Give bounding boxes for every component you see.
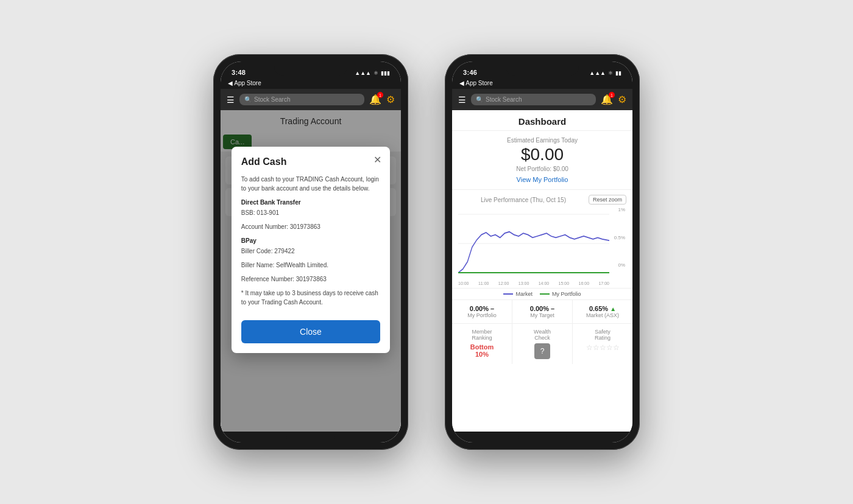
x-label-1600: 16:00 [579,281,590,285]
legend-market: Market [503,291,533,297]
reference-number: Reference Number: 301973863 [241,275,380,284]
header-icons-2: 🔔 1 ⚙ [601,94,626,105]
member-ranking-label: MemberRanking [456,329,508,341]
reset-zoom-button[interactable]: Reset zoom [589,195,626,205]
phone1-page-content: Trading Account Ca... A... H... O... ...… [221,110,401,432]
y-label-2: 0.5% [614,235,625,240]
x-label-1200: 12:00 [498,281,509,285]
dashboard-title: Dashboard [452,110,632,131]
wifi-icon-1: ⚛ [373,70,378,76]
phone-1: 3:48 ▲▲▲ ⚛ ▮▮▮ ◀ App Store ☰ 🔍 Stock Sea… [213,54,408,450]
bell-icon-2[interactable]: 🔔 1 [601,94,613,105]
phone-notch-2 [506,61,579,76]
home-indicator-2 [518,436,567,439]
legend-portfolio: My Portfolio [540,291,581,297]
scene: 3:48 ▲▲▲ ⚛ ▮▮▮ ◀ App Store ☰ 🔍 Stock Sea… [0,54,853,450]
chart-container: 1% 0.5% 0% [458,207,626,280]
home-indicator-1 [286,436,335,439]
search-magnifier-1: 🔍 [244,96,252,103]
view-portfolio-link[interactable]: View My Portfolio [458,176,626,183]
modal-overlay: Add Cash ✕ To add cash to your TRADING C… [221,110,401,432]
x-label-1000: 10:00 [458,281,469,285]
stat-portfolio-value: 0.00% – [456,305,508,312]
chart-x-labels: 10:00 11:00 12:00 13:00 14:00 15:00 16:0… [458,280,626,285]
legend-market-label: Market [515,291,533,297]
legend-portfolio-label: My Portfolio [552,291,581,297]
search-placeholder-1: Stock Search [254,96,290,103]
stat-portfolio-label: My Portfolio [456,312,508,318]
live-title: Live Performance (Thu, Oct 15) [458,197,589,203]
safety-rating-stars: ☆☆☆☆☆ [576,343,629,352]
stat-target-label: My Target [516,312,568,318]
gear-icon-1[interactable]: ⚙ [386,94,395,105]
stats-row: 0.00% – My Portfolio 0.00% – My Target 0… [452,300,632,324]
stat-market-label: Market (ASX) [576,312,629,318]
search-placeholder-2: Stock Search [486,96,522,103]
y-label-1: 1% [618,207,625,212]
signal-icon-2: ▲▲▲ [589,70,606,76]
search-bar-1[interactable]: 🔍 Stock Search [239,94,364,105]
live-header: Live Performance (Thu, Oct 15) Reset zoo… [458,195,626,205]
safety-rating-cell: SafetyRating ☆☆☆☆☆ [573,324,632,364]
search-bar-2[interactable]: 🔍 Stock Search [471,94,596,105]
bsb-label: BSB: 013-901 [241,208,380,217]
x-label-1700: 17:00 [598,281,609,285]
live-section: Live Performance (Thu, Oct 15) Reset zoo… [452,190,632,289]
modal-title: Add Cash [241,156,380,167]
x-label-1300: 13:00 [519,281,529,285]
bank-transfer-title: Direct Bank Transfer [241,198,380,207]
status-time-1: 3:48 [232,69,246,76]
battery-icon-1: ▮▮▮ [381,70,390,76]
modal-body: To add cash to your TRADING Cash Account… [241,175,380,307]
stat-my-target: 0.00% – My Target [512,300,573,323]
earnings-section: Estimated Earnings Today $0.00 Net Portf… [452,131,632,190]
phone-bottom-1 [221,432,401,443]
status-time-2: 3:46 [463,69,477,76]
dashboard-content: Dashboard Estimated Earnings Today $0.00… [452,110,632,432]
bell-icon-1[interactable]: 🔔 1 [369,94,381,105]
modal-note: * It may take up to 3 business days to r… [241,289,380,307]
stat-market-asx: 0.65% ▲ Market (ASX) [573,300,632,323]
biller-name: Biller Name: SelfWealth Limited. [241,261,380,270]
menu-icon-2[interactable]: ☰ [458,95,466,105]
wealth-check-label: WealthCheck [516,329,568,341]
bottom-row: MemberRanking Bottom10% WealthCheck ? Sa… [452,324,632,364]
legend-portfolio-line [540,293,550,295]
status-icons-2: ▲▲▲ ⚛ ▮▮ [589,70,621,76]
stat-target-value: 0.00% – [516,305,568,312]
modal-close-button[interactable]: ✕ [373,154,381,166]
phone-bottom-2 [452,432,632,443]
earnings-amount: $0.00 [458,145,626,164]
menu-icon-1[interactable]: ☰ [227,95,235,105]
phone-2: 3:46 ▲▲▲ ⚛ ▮▮ ◀ App Store ☰ 🔍 Stock Sear… [445,54,640,450]
battery-icon-2: ▮▮ [615,70,621,76]
account-number: Account Number: 301973863 [241,222,380,231]
chart-legend: Market My Portfolio [452,289,632,300]
add-cash-modal: Add Cash ✕ To add cash to your TRADING C… [232,147,390,353]
up-arrow-icon: ▲ [610,306,616,312]
x-label-1500: 15:00 [559,281,570,285]
back-bar-2: ◀ App Store [452,79,632,89]
app-header-2: ☰ 🔍 Stock Search 🔔 1 ⚙ [452,89,632,110]
chart-svg [458,207,609,280]
net-portfolio: Net Portfolio: $0.00 [458,166,626,172]
modal-close-main-button[interactable]: Close [241,320,380,343]
safety-rating-label: SafetyRating [576,329,629,341]
member-ranking-cell: MemberRanking Bottom10% [452,324,512,364]
gear-icon-2[interactable]: ⚙ [618,94,626,105]
chart-y-labels: 1% 0.5% 0% [614,207,626,268]
back-label-1: ◀ App Store [228,80,261,86]
earnings-label: Estimated Earnings Today [458,137,626,144]
member-ranking-value: Bottom10% [456,343,508,358]
wealth-check-button[interactable]: ? [534,343,550,359]
status-icons-1: ▲▲▲ ⚛ ▮▮▮ [355,70,390,76]
notification-badge-1: 1 [377,92,383,98]
modal-description: To add cash to your TRADING Cash Account… [241,175,380,193]
back-label-2: ◀ App Store [459,80,493,86]
x-label-1100: 11:00 [478,281,489,285]
y-label-3: 0% [618,262,625,268]
biller-code: Biller Code: 279422 [241,247,380,256]
app-header-1: ☰ 🔍 Stock Search 🔔 1 ⚙ [221,89,401,110]
wealth-check-cell: WealthCheck ? [512,324,573,364]
legend-market-line [503,293,513,295]
